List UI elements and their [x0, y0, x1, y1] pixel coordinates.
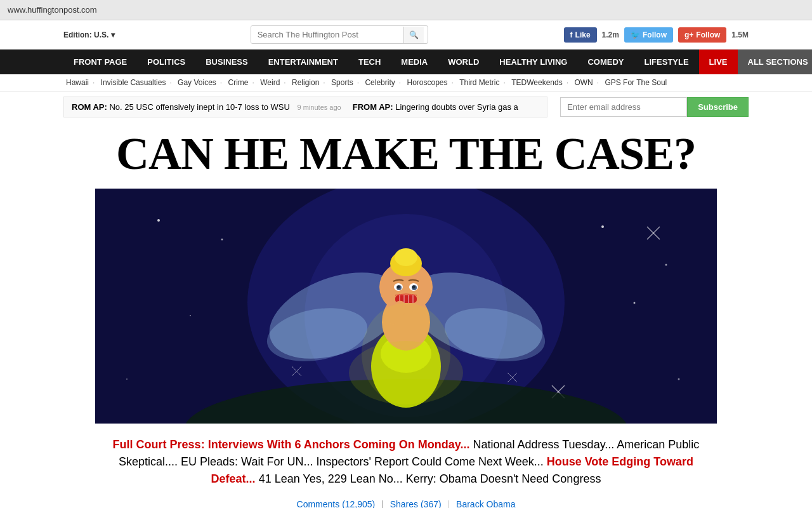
gplus-icon: g+: [684, 30, 693, 39]
main-headline: CAN HE MAKE THE CASE?: [63, 123, 749, 189]
dot: ·: [597, 78, 599, 87]
svg-point-25: [395, 248, 417, 266]
svg-point-4: [221, 239, 223, 241]
dot: ·: [504, 78, 506, 87]
subnav-gps[interactable]: GPS For The Soul: [605, 78, 667, 87]
pipe: |: [448, 499, 450, 508]
ticker-text-1: No. 25 USC offensively inept in 10-7 los…: [109, 102, 289, 112]
nav-item-media[interactable]: MEDIA: [391, 50, 438, 74]
sub-nav: Hawaii· Invisible Casualties· Gay Voices…: [0, 74, 812, 91]
search-bar: 🔍: [251, 25, 428, 44]
subnav-weird[interactable]: Weird: [260, 78, 280, 87]
facebook-count: 1.2m: [602, 30, 619, 39]
main-nav: FRONT PAGE POLITICS BUSINESS ENTERTAINME…: [0, 50, 812, 74]
facebook-like-button[interactable]: f Like: [564, 27, 597, 43]
nav-item-tech[interactable]: TECH: [348, 50, 391, 74]
svg-point-8: [634, 302, 636, 304]
subnav-hawaii[interactable]: Hawaii: [66, 78, 89, 87]
subnav-third-metric[interactable]: Third Metric: [459, 78, 499, 87]
shares-link[interactable]: Shares (367): [390, 499, 442, 508]
dot: ·: [323, 78, 325, 87]
separator: |: [381, 499, 384, 508]
hero-svg: [95, 189, 717, 424]
fb-icon: f: [570, 30, 573, 39]
edition-value: U.S.: [94, 30, 108, 39]
email-subscribe-block: Subscribe: [560, 97, 749, 117]
ticker-text-2: Lingering doubts over Syria gas a: [395, 102, 518, 112]
comments-link[interactable]: Comments (12,905): [297, 499, 376, 508]
engagement-bar: Comments (12,905) | Shares (367) | Barac…: [63, 494, 749, 508]
svg-point-10: [678, 378, 680, 380]
subnav-crime[interactable]: Crime: [228, 78, 249, 87]
social-bar: f Like 1.2m 🐦 Follow g+ Follow 1.5M: [564, 27, 749, 43]
dot: ·: [357, 78, 359, 87]
ticker-time-1: 9 minutes ago: [298, 104, 341, 111]
ticker-area: ROM AP: No. 25 USC offensively inept in …: [63, 97, 749, 117]
tw-follow-label: Follow: [643, 30, 667, 39]
subnav-horoscopes[interactable]: Horoscopes: [407, 78, 447, 87]
dot: ·: [220, 78, 222, 87]
nav-item-all-sections[interactable]: ALL SECTIONS: [738, 50, 812, 74]
gplus-count: 1.5M: [731, 30, 749, 39]
story-black-text-2: 41 Lean Yes, 229 Lean No... Kerry: Obama…: [256, 472, 601, 485]
content-area: CAN HE MAKE THE CASE?: [0, 123, 812, 508]
svg-point-39: [349, 341, 463, 404]
ticker-prefix-1: ROM AP:: [72, 102, 107, 112]
email-input[interactable]: [560, 97, 687, 117]
subnav-own[interactable]: OWN: [574, 78, 593, 87]
dot: ·: [284, 78, 285, 87]
search-input[interactable]: [251, 26, 403, 43]
topic-link[interactable]: Barack Obama: [456, 499, 515, 508]
chevron-down-icon: ▾: [111, 30, 115, 39]
edition-selector[interactable]: Edition: U.S. ▾: [63, 30, 115, 39]
nav-item-entertainment[interactable]: ENTERTAINMENT: [258, 50, 348, 74]
nav-item-politics[interactable]: POLITICS: [137, 50, 195, 74]
svg-point-31: [412, 286, 416, 289]
nav-item-business[interactable]: BUSINESS: [195, 50, 258, 74]
svg-point-5: [601, 225, 604, 228]
subnav-religion[interactable]: Religion: [292, 78, 319, 87]
subnav-celebrity[interactable]: Celebrity: [365, 78, 395, 87]
svg-point-6: [665, 264, 667, 266]
fb-like-label: Like: [575, 30, 591, 39]
nav-item-world[interactable]: WORLD: [438, 50, 489, 74]
gplus-follow-button[interactable]: g+ Follow: [678, 27, 726, 43]
dot: ·: [252, 78, 254, 87]
subnav-tedweekends[interactable]: TEDWeekends: [511, 78, 562, 87]
nav-item-lifestyle[interactable]: LIFESTYLE: [634, 50, 699, 74]
top-bar: Edition: U.S. ▾ 🔍 f Like 1.2m 🐦 Follow g…: [0, 20, 812, 50]
svg-point-3: [157, 219, 160, 222]
nav-item-live[interactable]: LIVE: [699, 50, 738, 74]
dot: ·: [169, 78, 171, 87]
svg-point-30: [397, 286, 400, 289]
nav-item-comedy[interactable]: COMEDY: [577, 50, 634, 74]
nav-item-front-page[interactable]: FRONT PAGE: [63, 50, 137, 74]
dot: ·: [452, 78, 454, 87]
dot: ·: [399, 78, 401, 87]
nav-item-healthy-living[interactable]: HEALTHY LIVING: [489, 50, 577, 74]
story-text: Full Court Press: Interviews With 6 Anch…: [95, 430, 717, 494]
edition-label: Edition:: [63, 30, 92, 39]
svg-point-7: [190, 315, 191, 316]
subnav-sports[interactable]: Sports: [331, 78, 353, 87]
story-red-text-1: Full Court Press: Interviews With 6 Anch…: [113, 438, 470, 451]
news-ticker: ROM AP: No. 25 USC offensively inept in …: [63, 97, 547, 117]
dot: ·: [93, 78, 95, 87]
twitter-icon: 🐦: [631, 30, 640, 39]
subnav-invisible-casualties[interactable]: Invisible Casualties: [101, 78, 166, 87]
twitter-follow-button[interactable]: 🐦 Follow: [624, 27, 673, 43]
subnav-gay-voices[interactable]: Gay Voices: [178, 78, 216, 87]
search-button[interactable]: 🔍: [403, 27, 424, 43]
ticker-prefix-2: FROM AP:: [353, 102, 393, 112]
hero-image: [95, 189, 717, 424]
url-display: www.huffingtonpost.com: [8, 5, 97, 15]
gplus-follow-label: Follow: [696, 30, 720, 39]
browser-address-bar: www.huffingtonpost.com: [0, 0, 812, 20]
svg-point-9: [126, 378, 128, 380]
dot: ·: [566, 78, 568, 87]
subscribe-button[interactable]: Subscribe: [687, 97, 749, 117]
